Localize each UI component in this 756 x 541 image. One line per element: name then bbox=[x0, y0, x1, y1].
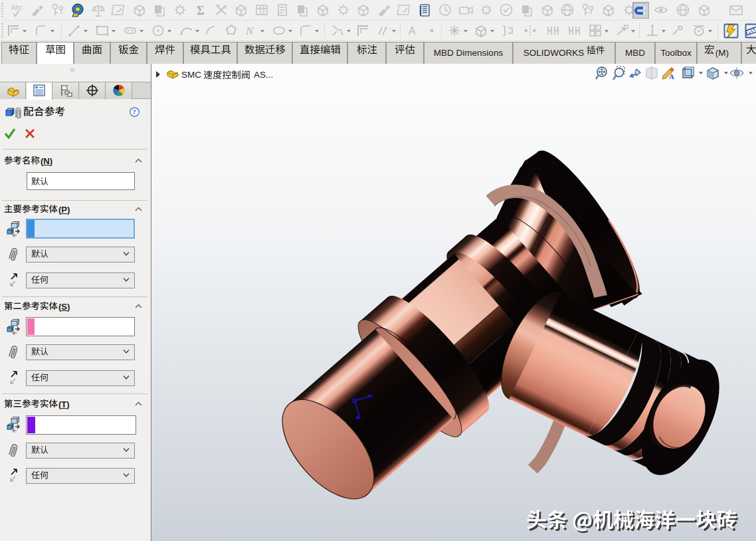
svg-text:Σ: Σ bbox=[197, 4, 205, 17]
svg-text:Abc: Abc bbox=[11, 4, 23, 11]
svg-text:?: ? bbox=[133, 108, 136, 116]
svg-text:A: A bbox=[669, 72, 674, 80]
svg-text:A: A bbox=[409, 25, 416, 37]
svg-text:N: N bbox=[245, 25, 254, 37]
